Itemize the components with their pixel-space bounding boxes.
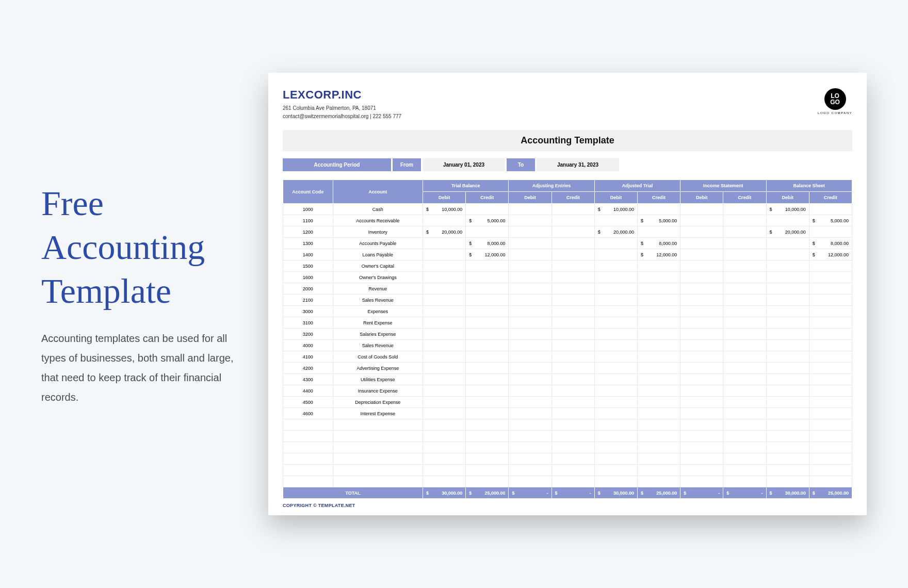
- table-row: 4600Interest Expense: [283, 408, 852, 419]
- amount-cell: [766, 295, 809, 306]
- amount-cell: [723, 306, 766, 317]
- amount-cell: [766, 408, 809, 419]
- amount-cell: [594, 317, 637, 329]
- amount-cell: [509, 329, 552, 340]
- amount-cell: $20,000.00: [766, 226, 809, 238]
- amount-cell: [423, 329, 466, 340]
- amount-cell: [594, 397, 637, 408]
- empty-cell: [283, 453, 333, 465]
- table-row-blank: [283, 442, 852, 453]
- total-cell: $-: [723, 487, 766, 499]
- table-row-blank: [283, 419, 852, 431]
- amount-cell: [509, 295, 552, 306]
- empty-cell: [809, 465, 852, 476]
- cell-account: Rent Expense: [333, 317, 423, 329]
- amount-cell: [552, 204, 594, 215]
- empty-cell: [809, 453, 852, 465]
- cell-account: Owner's Capital: [333, 260, 423, 272]
- amount-cell: [680, 272, 723, 283]
- amount-cell: $5,000.00: [637, 215, 680, 226]
- amount-cell: [594, 340, 637, 351]
- cell-code: 4300: [283, 374, 333, 385]
- empty-cell: [766, 476, 809, 487]
- empty-cell: [637, 465, 680, 476]
- amount-cell: [423, 283, 466, 295]
- empty-cell: [509, 431, 552, 442]
- amount-cell: $10,000.00: [766, 204, 809, 215]
- amount-cell: [809, 329, 852, 340]
- amount-cell: [637, 295, 680, 306]
- total-cell: $30,000.00: [594, 487, 637, 499]
- cell-account: Owner's Drawings: [333, 272, 423, 283]
- amount-cell: [723, 204, 766, 215]
- empty-cell: [637, 419, 680, 431]
- total-row: TOTAL$30,000.00$25,000.00$-$-$30,000.00$…: [283, 487, 852, 499]
- amount-cell: [509, 260, 552, 272]
- table-row: 1500Owner's Capital: [283, 260, 852, 272]
- header-account: Account: [333, 180, 423, 204]
- amount-cell: [423, 249, 466, 260]
- empty-cell: [509, 419, 552, 431]
- amount-cell: [466, 397, 509, 408]
- amount-cell: [466, 408, 509, 419]
- cell-code: 4400: [283, 385, 333, 397]
- amount-cell: [809, 260, 852, 272]
- amount-cell: [680, 397, 723, 408]
- amount-cell: [423, 408, 466, 419]
- amount-cell: [809, 385, 852, 397]
- amount-cell: [766, 397, 809, 408]
- amount-cell: [680, 306, 723, 317]
- amount-cell: [766, 340, 809, 351]
- amount-cell: $20,000.00: [423, 226, 466, 238]
- header-debit: Debit: [594, 192, 637, 204]
- amount-cell: [423, 317, 466, 329]
- cell-code: 2000: [283, 283, 333, 295]
- empty-cell: [723, 476, 766, 487]
- table-row: 3000Expenses: [283, 306, 852, 317]
- amount-cell: [594, 329, 637, 340]
- amount-cell: [637, 260, 680, 272]
- logo-icon: LO GO: [824, 88, 846, 110]
- amount-cell: [766, 374, 809, 385]
- header-debit: Debit: [766, 192, 809, 204]
- cell-code: 1000: [283, 204, 333, 215]
- table-row: 1200Inventory$20,000.00$20,000.00$20,000…: [283, 226, 852, 238]
- table-row: 1100Accounts Receivable$5,000.00$5,000.0…: [283, 215, 852, 226]
- amount-cell: [509, 351, 552, 363]
- amount-cell: $10,000.00: [594, 204, 637, 215]
- amount-cell: [637, 397, 680, 408]
- cell-account: Advertising Expense: [333, 363, 423, 374]
- amount-cell: [423, 272, 466, 283]
- document-title: Accounting Template: [283, 130, 852, 151]
- amount-cell: [809, 283, 852, 295]
- amount-cell: [423, 340, 466, 351]
- empty-cell: [594, 431, 637, 442]
- empty-cell: [509, 465, 552, 476]
- empty-cell: [509, 453, 552, 465]
- amount-cell: [723, 340, 766, 351]
- empty-cell: [283, 465, 333, 476]
- empty-cell: [594, 465, 637, 476]
- amount-cell: [466, 204, 509, 215]
- amount-cell: [552, 385, 594, 397]
- amount-cell: [680, 408, 723, 419]
- amount-cell: [723, 351, 766, 363]
- amount-cell: [723, 408, 766, 419]
- table-row: 4400Insurance Expense: [283, 385, 852, 397]
- amount-cell: [594, 272, 637, 283]
- empty-cell: [552, 431, 594, 442]
- amount-cell: [809, 204, 852, 215]
- company-block: LEXCORP.INC 261 Columbia Ave Palmerton, …: [283, 88, 401, 121]
- empty-cell: [423, 476, 466, 487]
- amount-cell: [466, 340, 509, 351]
- amount-cell: [637, 329, 680, 340]
- amount-cell: [509, 204, 552, 215]
- total-cell: $25,000.00: [809, 487, 852, 499]
- promo-panel: Free Accounting Template Accounting temp…: [41, 182, 237, 407]
- empty-cell: [723, 419, 766, 431]
- empty-cell: [283, 476, 333, 487]
- amount-cell: [423, 260, 466, 272]
- amount-cell: [423, 363, 466, 374]
- amount-cell: [509, 306, 552, 317]
- total-cell: $30,000.00: [423, 487, 466, 499]
